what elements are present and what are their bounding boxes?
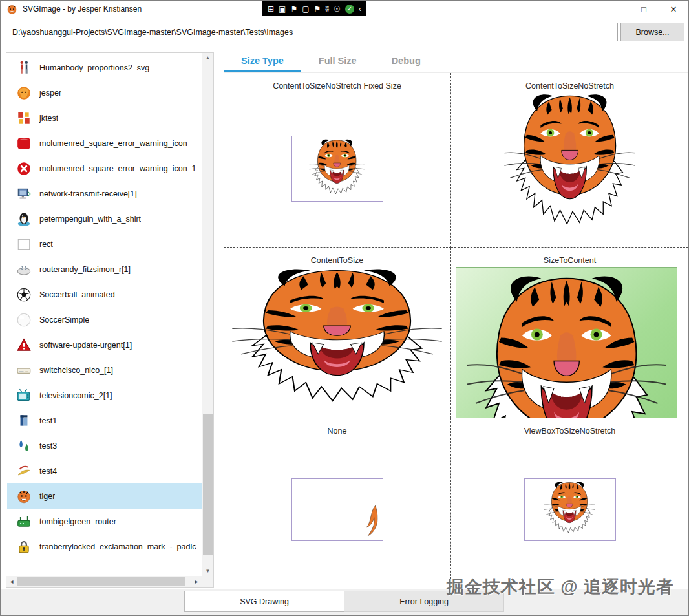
- file-item-switchcisco-nico-1[interactable]: switchcisco_nico_[1]: [7, 357, 202, 383]
- penguin-icon: [16, 211, 32, 227]
- file-item-tiger[interactable]: tiger: [7, 483, 202, 509]
- window-title: SVGImage - by Jesper Kristiansen: [23, 5, 142, 14]
- bottom-tab-svg-drawing[interactable]: SVG Drawing: [184, 591, 344, 612]
- horizontal-scrollbar[interactable]: ◂ ▸: [6, 576, 213, 587]
- tiger-image: [461, 272, 672, 418]
- humanbody-icon: [16, 60, 32, 76]
- tiger-image: [542, 481, 597, 538]
- file-item-rect[interactable]: rect: [7, 231, 202, 257]
- render-box-green: [456, 267, 677, 418]
- app-window: SVGImage - by Jesper Kristiansen ⊞▣⚑▢⚑ʬ☉…: [0, 0, 689, 616]
- file-name: Soccerball_animated: [39, 290, 115, 299]
- file-name: televisioncomic_2[1]: [39, 391, 112, 400]
- panel-none: None: [224, 418, 451, 589]
- panel-sizetocontent: SizeToContent: [451, 248, 688, 418]
- file-name: test4: [39, 467, 57, 476]
- tab-debug[interactable]: Debug: [374, 52, 438, 72]
- soccerball-icon: [16, 287, 32, 303]
- file-item-tranberrylocked-exclamation-mark-padlc[interactable]: tranberrylocked_exclamation_mark_-_padlc: [7, 534, 202, 559]
- scroll-down-icon[interactable]: ▼: [202, 566, 213, 576]
- minimize-button[interactable]: —: [599, 1, 629, 17]
- scroll-up-icon[interactable]: ▲: [202, 53, 213, 63]
- flag-icon[interactable]: ⚑: [290, 5, 297, 13]
- file-item-soccersimple[interactable]: SoccerSimple: [7, 307, 202, 332]
- vertical-scrollbar-thumb[interactable]: [203, 414, 213, 555]
- scroll-left-icon[interactable]: ◂: [6, 576, 17, 587]
- file-name: molumenred_square_error_warning_icon: [39, 139, 187, 148]
- file-item-tombigelgreen-router[interactable]: tombigelgreen_router: [7, 509, 202, 534]
- tab-bar: Size TypeFull SizeDebug: [224, 52, 688, 73]
- file-item-software-update-urgent-1[interactable]: software-update-urgent[1]: [7, 332, 202, 357]
- file-item-televisioncomic-2-1[interactable]: televisioncomic_2[1]: [7, 383, 202, 408]
- run-check-icon[interactable]: ✓: [345, 5, 354, 14]
- file-item-jesper[interactable]: jesper: [7, 80, 202, 105]
- tiger-icon: [16, 489, 32, 504]
- panel-title: None: [328, 427, 347, 436]
- tiger-image: [308, 138, 366, 200]
- horizontal-scrollbar-thumb[interactable]: [17, 577, 185, 586]
- collapse-left-icon[interactable]: ‹: [359, 5, 361, 13]
- network-icon: [16, 186, 32, 202]
- update-urgent-icon: [16, 337, 32, 353]
- green-router-icon: [16, 514, 32, 529]
- browse-button[interactable]: Browse...: [620, 23, 684, 41]
- file-name: tiger: [39, 492, 55, 501]
- jktest-icon: [16, 111, 32, 126]
- tv-icon: [16, 388, 32, 403]
- file-name: tombigelgreen_router: [39, 517, 116, 526]
- file-name: jktest: [39, 114, 58, 123]
- file-name: Humanbody_proportions2_svg: [39, 63, 149, 72]
- close-button[interactable]: ✕: [659, 1, 688, 17]
- test3-icon: [16, 438, 32, 454]
- app-icon: [6, 4, 17, 15]
- test4-icon: [16, 463, 32, 479]
- maximize-button[interactable]: □: [629, 1, 659, 17]
- file-item-molumenred-square-error-warning-icon[interactable]: molumenred_square_error_warning_icon: [7, 131, 202, 156]
- panel-contenttosizenostretch: ContentToSizeNoStretch: [451, 73, 688, 248]
- file-name: switchcisco_nico_[1]: [39, 366, 113, 375]
- file-item-soccerball-animated[interactable]: Soccerball_animated: [7, 282, 202, 307]
- switch-icon: [16, 363, 32, 378]
- red-circle-warning-icon: [16, 161, 32, 176]
- file-item-routerandy-fitzsimon-r-1[interactable]: routerandy_fitzsimon_r[1]: [7, 257, 202, 282]
- file-name: tranberrylocked_exclamation_mark_-_padlc: [39, 542, 196, 551]
- file-item-test4[interactable]: test4: [7, 458, 202, 483]
- panel-title: ViewBoxToSizeNoStretch: [524, 427, 616, 436]
- scroll-right-icon[interactable]: ▸: [191, 576, 202, 587]
- tab-full-size[interactable]: Full Size: [301, 52, 374, 72]
- path-input[interactable]: [6, 23, 618, 41]
- file-item-humanbody-proportions2-svg[interactable]: Humanbody_proportions2_svg: [7, 55, 202, 80]
- file-item-network-transmit-receive-1[interactable]: network-transmit-receive[1]: [7, 181, 202, 206]
- rect-icon: [16, 237, 32, 252]
- vertical-scrollbar[interactable]: ▲ ▼: [202, 53, 213, 576]
- file-name: routerandy_fitzsimon_r[1]: [39, 265, 131, 274]
- panel-contenttosize: ContentToSize: [224, 248, 451, 418]
- file-name: network-transmit-receive[1]: [39, 189, 137, 198]
- camera-icon[interactable]: ▣: [279, 5, 286, 13]
- panel-title: ContentToSize: [311, 256, 363, 265]
- titlebar: SVGImage - by Jesper Kristiansen ⊞▣⚑▢⚑ʬ☉…: [1, 1, 688, 17]
- screen-window-icon[interactable]: ⊞: [268, 5, 274, 13]
- file-item-jktest[interactable]: jktest: [7, 105, 202, 131]
- tiger-fragment: [354, 504, 381, 540]
- flag-pole-icon[interactable]: ⚑: [314, 5, 321, 13]
- tiger-image: [500, 92, 639, 238]
- file-item-petermpenguin-with-a-shirt[interactable]: petermpenguin_with_a_shirt: [7, 206, 202, 231]
- file-item-molumenred-square-error-warning-icon-1[interactable]: molumenred_square_error_warning_icon_1: [7, 156, 202, 181]
- panel-contenttosizenostretch-fixed-size: ContentToSizeNoStretch Fixed Size: [224, 73, 451, 248]
- frame-icon[interactable]: ▢: [302, 5, 309, 13]
- accessibility-icon[interactable]: ☉: [334, 5, 341, 13]
- panel-title: SizeToContent: [544, 256, 596, 265]
- render-box: [524, 478, 616, 541]
- file-item-test3[interactable]: test3: [7, 433, 202, 458]
- wifi-icon[interactable]: ʬ: [325, 5, 329, 13]
- tab-size-type[interactable]: Size Type: [224, 52, 301, 72]
- file-name: test1: [39, 416, 57, 425]
- file-list: Humanbody_proportions2_svgjesperjktestmo…: [7, 55, 202, 576]
- titlebar-toolbar: ⊞▣⚑▢⚑ʬ☉✓‹: [262, 1, 366, 16]
- window-controls: — □ ✕: [599, 1, 688, 17]
- red-square-warning-icon: [16, 136, 32, 151]
- file-item-test1[interactable]: test1: [7, 408, 202, 433]
- padlock-icon: [16, 539, 32, 555]
- main-panel: Size TypeFull SizeDebug ContentToSizeNoS…: [224, 52, 688, 589]
